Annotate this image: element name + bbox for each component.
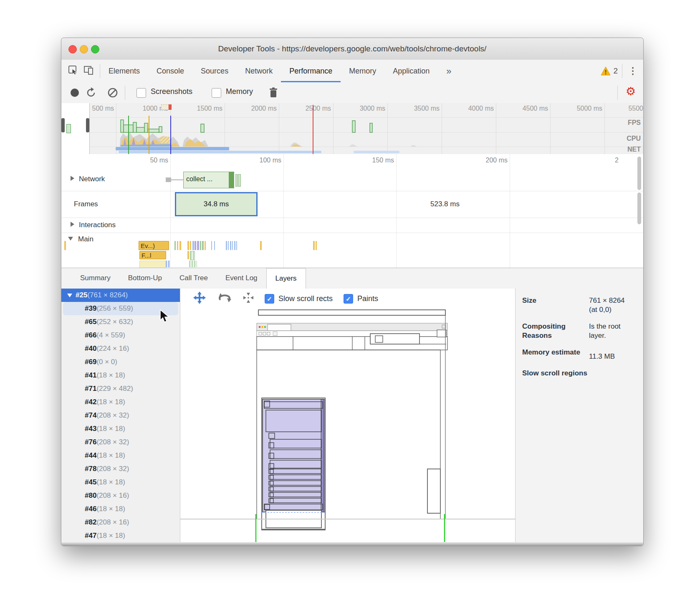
flame-bar[interactable] xyxy=(190,251,195,260)
detail-scrollbar-thumb[interactable] xyxy=(637,157,641,190)
flame-bar[interactable] xyxy=(236,241,237,250)
flame-bar[interactable] xyxy=(313,241,315,250)
inspect-element-icon[interactable] xyxy=(67,64,79,78)
record-button[interactable] xyxy=(70,88,80,99)
tab-elements[interactable]: Elements xyxy=(100,60,148,82)
layer-tree-item[interactable]: #43(18 × 18) xyxy=(61,422,180,436)
selection-handle-left[interactable] xyxy=(61,118,65,132)
tab-application[interactable]: Application xyxy=(384,60,438,82)
layer-tree-item[interactable]: #74(208 × 32) xyxy=(61,409,180,422)
warning-count[interactable]: 2 xyxy=(613,66,618,76)
kebab-menu-icon[interactable]: ⋮ xyxy=(628,66,637,76)
detail-row-slow-scroll: Slow scroll regions xyxy=(522,369,643,378)
flame-bar[interactable] xyxy=(200,241,201,250)
flame-bar[interactable] xyxy=(195,241,196,250)
layer-tree-item[interactable]: #40(224 × 16) xyxy=(61,342,180,355)
tab-console[interactable]: Console xyxy=(148,60,192,82)
tab-layers[interactable]: Layers xyxy=(266,268,306,289)
timeline-overview[interactable]: 500 ms 1000 ms 1500 ms 2000 ms 2500 ms 3… xyxy=(61,103,643,155)
more-tabs-chevron-icon[interactable]: » xyxy=(438,60,460,82)
flame-bar[interactable] xyxy=(166,261,171,267)
flame-bar[interactable] xyxy=(205,241,206,250)
layer-tree-item[interactable]: #25(761 × 8264) xyxy=(61,289,180,302)
layer-tree-item[interactable]: #44(18 × 18) xyxy=(61,449,180,462)
layer-wireframe[interactable] xyxy=(180,289,515,546)
detail-scrollbar-thumb[interactable] xyxy=(637,193,641,224)
layer-tree-item[interactable]: #66(4 × 559) xyxy=(61,329,180,342)
compositing-reasons-value: Is the root layer. xyxy=(589,322,639,340)
clear-icon[interactable] xyxy=(107,87,118,100)
selection-handle-right[interactable] xyxy=(86,118,89,132)
network-request-bar[interactable] xyxy=(238,174,241,187)
net-lane-label: NET xyxy=(627,146,641,153)
flame-bar[interactable] xyxy=(189,261,197,267)
layer-tree-item[interactable]: #47(18 × 18) xyxy=(61,529,180,542)
timeline-detail-pane[interactable]: 50 ms 100 ms 150 ms 200 ms 2 Network col… xyxy=(61,154,643,268)
trash-icon[interactable] xyxy=(268,87,278,100)
layer-tree-item[interactable]: #82(208 × 16) xyxy=(61,516,180,529)
tab-event-log[interactable]: Event Log xyxy=(217,268,266,289)
flame-bar[interactable] xyxy=(187,241,189,250)
main-expander-icon[interactable] xyxy=(68,237,73,241)
marker-first-paint xyxy=(128,116,129,154)
gc-marker-chip xyxy=(169,104,172,110)
detail-row-size: Size 761 × 8264(at 0,0) xyxy=(522,296,643,314)
flame-bar[interactable] xyxy=(139,261,166,268)
layers-3d-view[interactable]: ✓ Slow scroll rects ✓ Paints xyxy=(180,289,515,546)
layer-tree-item[interactable]: #41(18 × 18) xyxy=(61,369,180,382)
tab-sources[interactable]: Sources xyxy=(192,60,237,82)
tab-memory[interactable]: Memory xyxy=(341,60,384,82)
flame-bar[interactable] xyxy=(234,241,235,250)
layer-tree-item[interactable]: #46(18 × 18) xyxy=(61,502,180,516)
flame-bar[interactable] xyxy=(230,241,231,250)
flame-bar[interactable] xyxy=(260,241,262,250)
screenshots-checkbox[interactable] xyxy=(136,88,146,98)
selected-frame[interactable]: 34.8 ms xyxy=(175,192,258,216)
tab-bottom-up[interactable]: Bottom-Up xyxy=(119,268,171,289)
flame-bar[interactable] xyxy=(211,241,212,250)
detail-tick: 150 ms xyxy=(340,157,394,164)
layer-tree-item[interactable]: #78(208 × 32) xyxy=(61,462,180,476)
warning-icon[interactable] xyxy=(601,66,611,76)
flame-bar[interactable] xyxy=(179,241,181,250)
flame-bar[interactable] xyxy=(316,241,317,250)
detail-tick: 200 ms xyxy=(453,157,508,164)
reload-icon[interactable] xyxy=(86,87,96,100)
long-frame-duration[interactable]: 523.8 ms xyxy=(430,200,460,208)
layer-tree-item[interactable]: #45(18 × 18) xyxy=(61,476,180,489)
network-expander-icon[interactable] xyxy=(71,176,74,181)
tab-network[interactable]: Network xyxy=(237,60,281,82)
layer-tree-item[interactable]: #69(0 × 0) xyxy=(61,355,180,369)
device-toolbar-icon[interactable] xyxy=(83,64,95,78)
flame-bar[interactable] xyxy=(177,241,178,250)
network-request-bar[interactable]: collect ... xyxy=(183,172,234,188)
layer-tree-item[interactable]: #71(229 × 482) xyxy=(61,382,180,395)
layer-tree-item[interactable]: #42(18 × 18) xyxy=(61,395,180,409)
layer-tree-item[interactable]: #76(208 × 32) xyxy=(61,436,180,449)
flame-bar[interactable] xyxy=(228,241,229,250)
tab-call-tree[interactable]: Call Tree xyxy=(171,268,217,289)
overview-tick: 500 ms xyxy=(68,105,114,112)
tab-summary[interactable]: Summary xyxy=(71,268,119,289)
flame-bar[interactable] xyxy=(190,241,191,250)
expander-down-icon[interactable] xyxy=(67,294,72,297)
flame-bar[interactable] xyxy=(226,241,227,250)
flame-bar[interactable] xyxy=(197,241,199,250)
flame-function-bar[interactable]: F...l xyxy=(139,251,166,259)
flame-bar[interactable] xyxy=(214,241,215,250)
flame-bar[interactable] xyxy=(202,241,204,250)
interactions-expander-icon[interactable] xyxy=(71,222,74,227)
flame-bar[interactable] xyxy=(192,241,194,250)
flame-bar[interactable] xyxy=(232,241,233,250)
memory-checkbox[interactable] xyxy=(212,88,221,98)
flame-bar[interactable] xyxy=(187,251,189,259)
tab-performance[interactable]: Performance xyxy=(281,60,341,82)
settings-gear-icon[interactable]: ⚙ xyxy=(626,85,636,98)
flame-bar[interactable] xyxy=(174,241,176,250)
flame-bar[interactable] xyxy=(64,241,66,250)
flame-event-bar[interactable]: Ev...) xyxy=(139,241,169,250)
layer-tree-item[interactable]: #80(208 × 16) xyxy=(61,489,180,502)
net-activity xyxy=(116,147,229,150)
network-row-label: Network xyxy=(79,175,105,183)
network-request-bar[interactable] xyxy=(235,174,238,187)
